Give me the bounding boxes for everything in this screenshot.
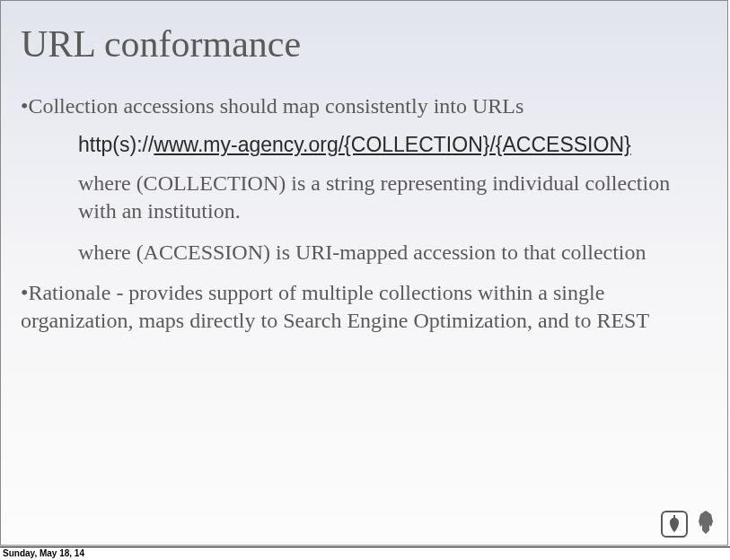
slide: URL conformance •Collection accessions s…	[0, 0, 728, 546]
svg-rect-0	[673, 515, 675, 518]
spartan-icon	[693, 509, 718, 539]
date-text: Sunday, May 18, 14	[3, 548, 84, 558]
url-template: http(s)://www.my-agency.org/{COLLECTION}…	[78, 133, 708, 157]
bullet-2-text: Rationale - provides support of multiple…	[21, 281, 649, 332]
date-footer: Sunday, May 18, 14	[0, 547, 730, 560]
bullet-1: •Collection accessions should map consis…	[21, 92, 708, 120]
bullet-1-text: Collection accessions should map consist…	[28, 94, 523, 118]
acorn-icon	[661, 511, 688, 538]
footer-icons	[661, 509, 718, 539]
url-prefix: http(s)://	[78, 133, 154, 156]
sub-text-1: where (COLLECTION) is a string represent…	[78, 170, 672, 225]
slide-title: URL conformance	[21, 22, 708, 66]
bullet-2: •Rationale - provides support of multipl…	[21, 279, 708, 335]
url-main: www.my-agency.org/{COLLECTION}/{ACCESSIO…	[154, 133, 630, 156]
sub-text-2: where (ACCESSION) is URI-mapped accessio…	[78, 239, 672, 267]
